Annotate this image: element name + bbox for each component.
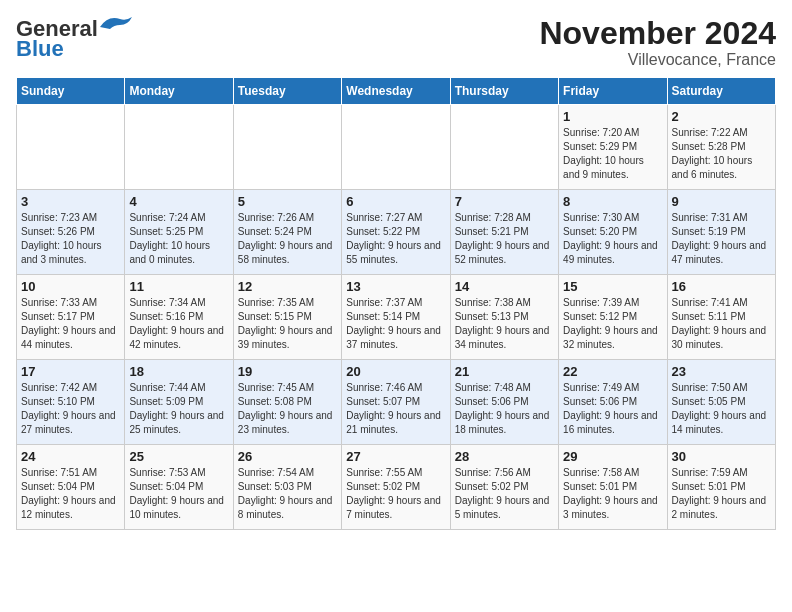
calendar-cell: 1 Sunrise: 7:20 AM Sunset: 5:29 PM Dayli… (559, 105, 667, 190)
sunset-text: Sunset: 5:08 PM (238, 396, 312, 407)
sunset-text: Sunset: 5:17 PM (21, 311, 95, 322)
sunset-text: Sunset: 5:10 PM (21, 396, 95, 407)
cell-info: Sunrise: 7:23 AM Sunset: 5:26 PM Dayligh… (21, 211, 120, 267)
daylight-text: Daylight: 9 hours and 44 minutes. (21, 325, 116, 350)
calendar-cell: 23 Sunrise: 7:50 AM Sunset: 5:05 PM Dayl… (667, 360, 775, 445)
calendar-cell: 14 Sunrise: 7:38 AM Sunset: 5:13 PM Dayl… (450, 275, 558, 360)
sunset-text: Sunset: 5:28 PM (672, 141, 746, 152)
sunrise-text: Sunrise: 7:42 AM (21, 382, 97, 393)
sunset-text: Sunset: 5:12 PM (563, 311, 637, 322)
calendar-week-row: 10 Sunrise: 7:33 AM Sunset: 5:17 PM Dayl… (17, 275, 776, 360)
cell-info: Sunrise: 7:37 AM Sunset: 5:14 PM Dayligh… (346, 296, 445, 352)
calendar-cell (450, 105, 558, 190)
cell-info: Sunrise: 7:51 AM Sunset: 5:04 PM Dayligh… (21, 466, 120, 522)
cell-info: Sunrise: 7:35 AM Sunset: 5:15 PM Dayligh… (238, 296, 337, 352)
calendar-cell: 8 Sunrise: 7:30 AM Sunset: 5:20 PM Dayli… (559, 190, 667, 275)
sunset-text: Sunset: 5:19 PM (672, 226, 746, 237)
daylight-text: Daylight: 10 hours and 0 minutes. (129, 240, 210, 265)
calendar-cell: 18 Sunrise: 7:44 AM Sunset: 5:09 PM Dayl… (125, 360, 233, 445)
day-number: 3 (21, 194, 120, 209)
weekday-header-cell: Friday (559, 78, 667, 105)
calendar-cell: 5 Sunrise: 7:26 AM Sunset: 5:24 PM Dayli… (233, 190, 341, 275)
day-number: 29 (563, 449, 662, 464)
calendar-cell: 15 Sunrise: 7:39 AM Sunset: 5:12 PM Dayl… (559, 275, 667, 360)
daylight-text: Daylight: 9 hours and 37 minutes. (346, 325, 441, 350)
calendar-cell: 11 Sunrise: 7:34 AM Sunset: 5:16 PM Dayl… (125, 275, 233, 360)
calendar-cell: 21 Sunrise: 7:48 AM Sunset: 5:06 PM Dayl… (450, 360, 558, 445)
sunset-text: Sunset: 5:05 PM (672, 396, 746, 407)
day-number: 20 (346, 364, 445, 379)
daylight-text: Daylight: 9 hours and 14 minutes. (672, 410, 767, 435)
location: Villevocance, France (539, 51, 776, 69)
sunrise-text: Sunrise: 7:53 AM (129, 467, 205, 478)
calendar-cell (17, 105, 125, 190)
page-header: General Blue November 2024 Villevocance,… (16, 16, 776, 69)
sunset-text: Sunset: 5:09 PM (129, 396, 203, 407)
daylight-text: Daylight: 9 hours and 7 minutes. (346, 495, 441, 520)
sunset-text: Sunset: 5:01 PM (672, 481, 746, 492)
sunset-text: Sunset: 5:13 PM (455, 311, 529, 322)
day-number: 24 (21, 449, 120, 464)
cell-info: Sunrise: 7:26 AM Sunset: 5:24 PM Dayligh… (238, 211, 337, 267)
day-number: 13 (346, 279, 445, 294)
calendar-cell: 29 Sunrise: 7:58 AM Sunset: 5:01 PM Dayl… (559, 445, 667, 530)
daylight-text: Daylight: 9 hours and 16 minutes. (563, 410, 658, 435)
calendar-cell (342, 105, 450, 190)
sunset-text: Sunset: 5:06 PM (455, 396, 529, 407)
day-number: 25 (129, 449, 228, 464)
calendar-cell: 10 Sunrise: 7:33 AM Sunset: 5:17 PM Dayl… (17, 275, 125, 360)
sunrise-text: Sunrise: 7:34 AM (129, 297, 205, 308)
day-number: 17 (21, 364, 120, 379)
sunset-text: Sunset: 5:02 PM (346, 481, 420, 492)
sunrise-text: Sunrise: 7:31 AM (672, 212, 748, 223)
daylight-text: Daylight: 9 hours and 8 minutes. (238, 495, 333, 520)
day-number: 10 (21, 279, 120, 294)
daylight-text: Daylight: 9 hours and 52 minutes. (455, 240, 550, 265)
cell-info: Sunrise: 7:58 AM Sunset: 5:01 PM Dayligh… (563, 466, 662, 522)
calendar-cell: 4 Sunrise: 7:24 AM Sunset: 5:25 PM Dayli… (125, 190, 233, 275)
sunset-text: Sunset: 5:26 PM (21, 226, 95, 237)
month-title: November 2024 (539, 16, 776, 51)
daylight-text: Daylight: 9 hours and 55 minutes. (346, 240, 441, 265)
logo-blue: Blue (16, 36, 64, 62)
daylight-text: Daylight: 9 hours and 34 minutes. (455, 325, 550, 350)
calendar-cell: 7 Sunrise: 7:28 AM Sunset: 5:21 PM Dayli… (450, 190, 558, 275)
day-number: 8 (563, 194, 662, 209)
calendar-cell: 19 Sunrise: 7:45 AM Sunset: 5:08 PM Dayl… (233, 360, 341, 445)
sunrise-text: Sunrise: 7:33 AM (21, 297, 97, 308)
calendar-cell: 25 Sunrise: 7:53 AM Sunset: 5:04 PM Dayl… (125, 445, 233, 530)
day-number: 22 (563, 364, 662, 379)
calendar-cell: 30 Sunrise: 7:59 AM Sunset: 5:01 PM Dayl… (667, 445, 775, 530)
day-number: 27 (346, 449, 445, 464)
daylight-text: Daylight: 10 hours and 6 minutes. (672, 155, 753, 180)
weekday-header-row: SundayMondayTuesdayWednesdayThursdayFrid… (17, 78, 776, 105)
day-number: 28 (455, 449, 554, 464)
sunrise-text: Sunrise: 7:27 AM (346, 212, 422, 223)
day-number: 21 (455, 364, 554, 379)
sunset-text: Sunset: 5:06 PM (563, 396, 637, 407)
daylight-text: Daylight: 9 hours and 23 minutes. (238, 410, 333, 435)
sunset-text: Sunset: 5:25 PM (129, 226, 203, 237)
day-number: 23 (672, 364, 771, 379)
cell-info: Sunrise: 7:46 AM Sunset: 5:07 PM Dayligh… (346, 381, 445, 437)
sunrise-text: Sunrise: 7:48 AM (455, 382, 531, 393)
day-number: 4 (129, 194, 228, 209)
cell-info: Sunrise: 7:38 AM Sunset: 5:13 PM Dayligh… (455, 296, 554, 352)
cell-info: Sunrise: 7:30 AM Sunset: 5:20 PM Dayligh… (563, 211, 662, 267)
cell-info: Sunrise: 7:50 AM Sunset: 5:05 PM Dayligh… (672, 381, 771, 437)
weekday-header-cell: Saturday (667, 78, 775, 105)
calendar-cell: 3 Sunrise: 7:23 AM Sunset: 5:26 PM Dayli… (17, 190, 125, 275)
sunrise-text: Sunrise: 7:44 AM (129, 382, 205, 393)
calendar-cell: 16 Sunrise: 7:41 AM Sunset: 5:11 PM Dayl… (667, 275, 775, 360)
daylight-text: Daylight: 9 hours and 27 minutes. (21, 410, 116, 435)
day-number: 7 (455, 194, 554, 209)
sunrise-text: Sunrise: 7:58 AM (563, 467, 639, 478)
logo: General Blue (16, 16, 132, 62)
cell-info: Sunrise: 7:41 AM Sunset: 5:11 PM Dayligh… (672, 296, 771, 352)
daylight-text: Daylight: 9 hours and 5 minutes. (455, 495, 550, 520)
sunrise-text: Sunrise: 7:26 AM (238, 212, 314, 223)
cell-info: Sunrise: 7:24 AM Sunset: 5:25 PM Dayligh… (129, 211, 228, 267)
daylight-text: Daylight: 9 hours and 18 minutes. (455, 410, 550, 435)
sunset-text: Sunset: 5:02 PM (455, 481, 529, 492)
sunset-text: Sunset: 5:24 PM (238, 226, 312, 237)
